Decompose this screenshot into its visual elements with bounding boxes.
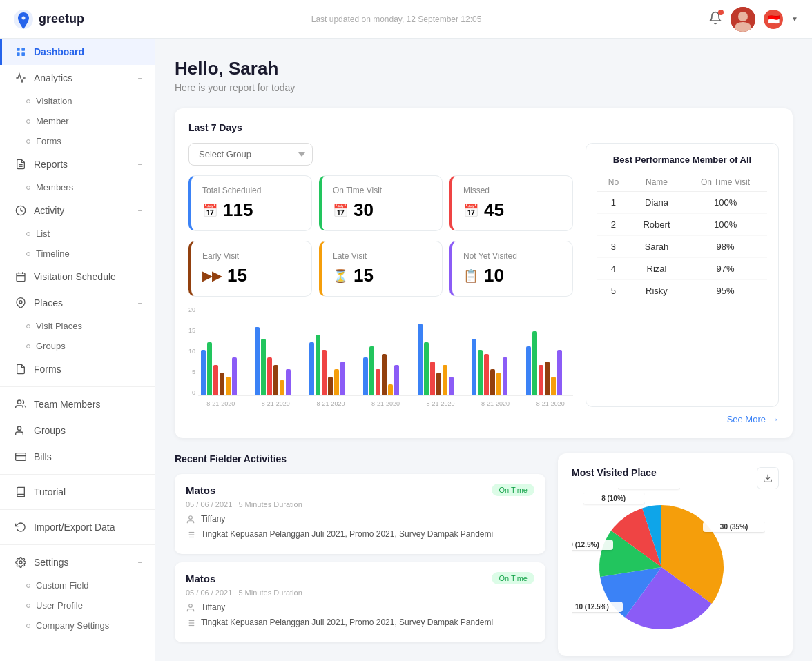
bar-chart — [198, 306, 573, 396]
bar — [207, 342, 212, 395]
list-icon — [186, 618, 195, 630]
sub-dot — [26, 139, 30, 144]
sidebar-subitem-visit-places[interactable]: Visit Places — [0, 316, 155, 336]
pie-label-3: 10 (12.5%) — [572, 540, 613, 556]
bar-group-5 — [472, 339, 516, 396]
see-more-button[interactable]: See More → — [188, 414, 779, 424]
stat-value: 15 — [227, 265, 247, 286]
sidebar-subitem-forms[interactable]: Forms — [0, 131, 155, 151]
stat-value: 115 — [223, 199, 253, 221]
select-group[interactable]: Select GroupGroup AGroup BGroup C — [188, 143, 313, 166]
bar — [526, 346, 531, 396]
sidebar-item-settings[interactable]: Settings− — [0, 549, 155, 575]
perf-table-header: No — [597, 173, 630, 192]
svg-rect-6 — [17, 52, 20, 56]
stat-card-total-scheduled: Total Scheduled 📅 115 — [188, 175, 312, 231]
bar-group-2 — [309, 335, 354, 395]
arrow-right-icon: → — [770, 414, 779, 424]
sidebar-item-label-reports: Reports — [34, 159, 68, 170]
person-icon — [186, 603, 195, 615]
bar — [490, 369, 495, 396]
sidebar-subitem-visitation[interactable]: Visitation — [0, 91, 155, 111]
sidebar-subitem-groups[interactable]: Groups — [0, 336, 155, 356]
stat-label: On Time Visit — [333, 186, 431, 195]
sidebar-item-dashboard[interactable]: Dashboard — [0, 39, 155, 65]
sub-dot — [26, 119, 30, 124]
table-row: 5Risky95% — [597, 280, 767, 302]
table-cell-name: Rizal — [630, 258, 684, 280]
section-title: Last 7 Days — [188, 122, 779, 133]
bar-group-0 — [201, 342, 245, 395]
sidebar-subitem-company-settings[interactable]: Company Settings — [0, 615, 155, 635]
map-pin-icon — [14, 297, 27, 309]
bar — [503, 357, 508, 395]
pie-label-2: 10 (12.5%) — [572, 602, 623, 618]
logo-text: greetup — [39, 12, 84, 26]
bar — [532, 331, 537, 396]
bar — [280, 380, 284, 395]
sidebar-subitem-list[interactable]: List — [0, 224, 155, 244]
list-icon — [186, 530, 195, 542]
svg-point-17 — [17, 426, 21, 430]
sidebar-item-reports[interactable]: Reports− — [0, 151, 155, 177]
sidebar-subitem-timeline[interactable]: Timeline — [0, 244, 155, 264]
sidebar-subitem-members[interactable]: Members — [0, 177, 155, 197]
report-left: Select GroupGroup AGroup BGroup C Total … — [188, 143, 573, 407]
chart-y-axis: 20151050 — [188, 306, 198, 396]
sidebar-item-places[interactable]: Places− — [0, 290, 155, 316]
sidebar-item-tutorial[interactable]: Tutorial — [0, 479, 155, 505]
y-axis-label: 0 — [188, 389, 195, 396]
report-section: Last 7 Days Select GroupGroup AGroup BGr… — [175, 108, 793, 438]
svg-point-28 — [189, 604, 193, 608]
sidebar-item-label-activity: Activity — [34, 205, 64, 216]
bar-group-6 — [526, 331, 570, 396]
sidebar-item-groups[interactable]: Groups — [0, 417, 155, 444]
bar — [376, 369, 380, 396]
sidebar-item-import-export[interactable]: Import/Export Data — [0, 514, 155, 540]
table-cell-score: 100% — [684, 192, 767, 214]
clock-icon — [14, 204, 27, 217]
download-button[interactable] — [757, 467, 779, 489]
users-icon — [14, 398, 27, 411]
sidebar-item-activity[interactable]: Activity− — [0, 197, 155, 224]
stat-value: 15 — [354, 265, 374, 286]
sidebar-subitem-custom-field[interactable]: Custom Field — [0, 575, 155, 595]
notification-bell[interactable] — [708, 11, 722, 28]
sidebar-subitem-member[interactable]: Member — [0, 111, 155, 131]
book-icon — [14, 486, 27, 498]
bar — [255, 327, 260, 395]
stat-label: Late Visit — [333, 251, 431, 261]
table-cell-no: 2 — [597, 214, 630, 236]
chart-line-icon — [14, 72, 27, 84]
last-updated: Last updated on monday, 12 September 12:… — [311, 14, 482, 24]
sidebar-item-bills[interactable]: Bills — [0, 444, 155, 470]
file-text-icon — [14, 158, 27, 170]
sidebar-item-label-team-members: Team Members — [34, 399, 100, 410]
activity-description: Tingkat Kepuasan Pelanggan Juli 2021, Pr… — [201, 529, 493, 539]
expand-icon-settings: − — [138, 558, 142, 566]
chart-labels: 8-21-20208-21-20208-21-20208-21-20208-21… — [198, 400, 573, 407]
sidebar-item-team-members[interactable]: Team Members — [0, 391, 155, 417]
greeting-sub: Here is your report for today — [175, 82, 793, 93]
table-cell-name: Sarah — [630, 236, 684, 258]
sidebar-subitem-user-profile[interactable]: User Profile — [0, 595, 155, 615]
sidebar-item-visitation-schedule[interactable]: Visitation Schedule — [0, 264, 155, 290]
chart-label-2: 8-21-2020 — [308, 400, 354, 407]
bar — [267, 357, 272, 395]
bar-chart-area: 20151050 8-21-20208-21-20208-21-20208-21… — [188, 306, 573, 407]
svg-point-2 — [738, 12, 748, 21]
bar — [261, 339, 266, 396]
bar — [545, 362, 550, 396]
pie-label-text: 10 (12.5%) — [572, 540, 613, 550]
bar — [340, 362, 345, 396]
sidebar-item-label-places: Places — [34, 297, 63, 308]
user-avatar[interactable] — [731, 7, 755, 32]
svg-point-16 — [17, 400, 21, 404]
sidebar-item-forms[interactable]: Forms — [0, 356, 155, 382]
sidebar-item-analytics[interactable]: Analytics− — [0, 65, 155, 91]
lang-chevron-icon[interactable]: ▼ — [791, 15, 798, 23]
chart-label-5: 8-21-2020 — [473, 400, 519, 407]
activity-meta: 05 / 06 / 2021 5 Minutes Duration — [186, 500, 534, 509]
chart-label-1: 8-21-2020 — [253, 400, 299, 407]
y-axis-label: 15 — [188, 327, 195, 334]
